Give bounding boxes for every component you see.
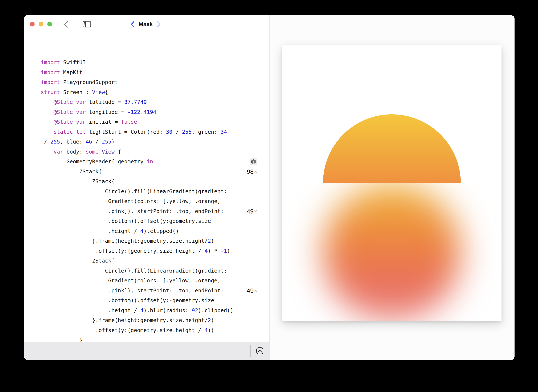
code-line[interactable]: ZStack{	[41, 256, 269, 266]
run-count-badge[interactable]: 49×	[247, 206, 257, 216]
sun-semicircle	[323, 114, 461, 183]
code-line[interactable]: import SwiftUI	[41, 58, 269, 68]
code-line[interactable]: .bottom)).offset(y:-geometry.size	[41, 296, 269, 306]
code-line[interactable]: import MapKit	[41, 68, 269, 78]
code-editor[interactable]: import SwiftUIimport MapKitimport Playgr…	[41, 58, 269, 360]
code-line[interactable]: }.frame(height:geometry.size.height/2)	[41, 236, 269, 246]
code-line[interactable]: / 255, blue: 46 / 255)	[41, 137, 269, 147]
code-line[interactable]: @State var initial = false	[41, 117, 269, 127]
code-line[interactable]: Gradient(colors: [.yellow, .orange,	[41, 196, 269, 206]
sun-blur-region	[282, 183, 501, 321]
playgrounds-window: Mask import SwiftUIimport MapKitimport P…	[24, 15, 515, 360]
code-line[interactable]: static let lightStart = Color(red: 30 / …	[41, 127, 269, 137]
code-line[interactable]: .offset(y:(geometry.size.height / 4))	[41, 326, 269, 336]
code-line[interactable]: ZStack{	[41, 177, 269, 187]
code-line[interactable]: .pink]), startPoint: .top, endPoint:49×	[41, 286, 269, 296]
page-title: Mask	[139, 21, 153, 28]
code-line[interactable]: .bottom)).offset(y:geometry.size	[41, 216, 269, 226]
live-view-canvas	[282, 45, 501, 321]
code-line[interactable]: Circle().fill(LinearGradient(gradient:	[41, 266, 269, 276]
code-line[interactable]: }.frame(height:geometry.size.height/2)	[41, 315, 269, 326]
code-line[interactable]: var body: some View {	[41, 147, 269, 157]
code-pane: import SwiftUIimport MapKitimport Playgr…	[24, 33, 269, 360]
code-line[interactable]: Circle().fill(LinearGradient(gradient:	[41, 187, 269, 197]
chevron-up-icon	[258, 350, 262, 352]
minimize-button[interactable]	[39, 22, 43, 26]
run-count-badge[interactable]: 49×	[247, 286, 257, 296]
close-button[interactable]	[30, 22, 35, 26]
code-line[interactable]: GeometryReader{ geometry in	[41, 157, 269, 167]
nav-back-chevron[interactable]	[130, 21, 135, 28]
code-line[interactable]: import PlaygroundSupport	[41, 77, 269, 88]
code-line[interactable]: .offset(y:(geometry.size.height / 4) * -…	[41, 246, 269, 256]
sun-gradient-circle	[323, 114, 461, 183]
result-cube-badge[interactable]	[250, 157, 257, 167]
sun-blurred-circle	[323, 183, 461, 321]
code-line[interactable]: ZStack{98×	[41, 167, 269, 177]
nav-forward-chevron[interactable]	[157, 21, 161, 28]
scrollbar-thumb[interactable]	[250, 345, 251, 357]
code-line[interactable]: .height / 4).clipped()	[41, 226, 269, 236]
code-line[interactable]: Gradient(colors: [.yellow, .orange,	[41, 276, 269, 286]
sidebar-toggle-button[interactable]	[83, 21, 92, 28]
code-line[interactable]: @State var longitude = -122.4194	[41, 107, 269, 117]
back-button[interactable]	[64, 21, 69, 28]
code-line[interactable]: .height / 4).blur(radius: 92).clipped()	[41, 306, 269, 316]
collapse-code-button[interactable]	[256, 347, 263, 354]
cube-icon	[251, 159, 256, 164]
editor-bottom-bar	[24, 342, 269, 360]
preview-pane: Stop	[270, 15, 515, 360]
code-line[interactable]: @State var latitude = 37.7749	[41, 97, 269, 107]
code-line[interactable]: .pink]), startPoint: .top, endPoint:49×	[41, 206, 269, 216]
run-count-badge[interactable]: 98×	[247, 167, 257, 177]
code-line[interactable]: struct Screen : View{	[41, 88, 269, 98]
zoom-button[interactable]	[47, 22, 52, 26]
